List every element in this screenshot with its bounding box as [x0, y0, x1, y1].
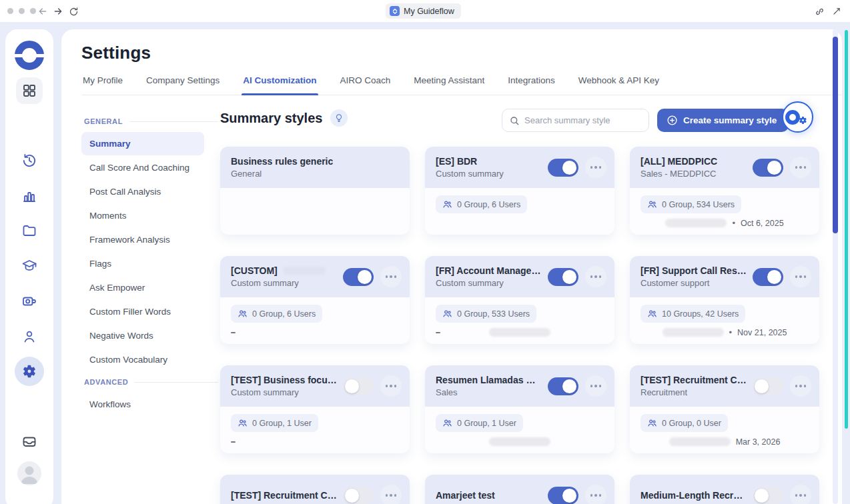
subnav-item-custom-filler-words[interactable]: Custom Filler Words: [81, 300, 204, 323]
summary-card-test-recruitment-call-su[interactable]: [TEST] Recruitment Call Su...: [220, 475, 410, 504]
browser-bar: My Guideflow: [0, 0, 850, 22]
enable-toggle[interactable]: [753, 268, 783, 286]
users-icon: [238, 309, 248, 319]
summary-card-business-rules-generic[interactable]: Business rules generic General: [220, 147, 410, 235]
card-menu-button[interactable]: [380, 266, 402, 287]
tab-integrations[interactable]: Integrations: [506, 73, 556, 95]
summary-styles-grid: Business rules generic General [ES] BDR: [220, 147, 819, 504]
subnav-item-flags[interactable]: Flags: [81, 252, 204, 275]
search-input[interactable]: [524, 115, 642, 125]
card-title: [ALL] MEDDPICC: [641, 156, 717, 167]
redacted-dash: [231, 332, 236, 334]
forward-button[interactable]: [50, 3, 66, 19]
copy-link-button[interactable]: [811, 3, 827, 19]
card-menu-button[interactable]: [790, 266, 811, 287]
redacted-text: [283, 267, 326, 275]
reload-button[interactable]: [65, 3, 81, 19]
enable-toggle[interactable]: [343, 268, 374, 286]
app-logo[interactable]: [15, 41, 44, 70]
tab-webhook-api-key[interactable]: Webhook & API Key: [577, 73, 661, 95]
sidebar-item-recordings[interactable]: [20, 292, 39, 311]
tab-my-profile[interactable]: My Profile: [81, 73, 124, 95]
subnav-item-custom-vocabulary[interactable]: Custom Vocabulary: [81, 348, 204, 371]
enable-toggle[interactable]: [753, 377, 783, 395]
sidebar-item-apps[interactable]: [16, 77, 43, 104]
summary-card-fr-support-call-resume[interactable]: [FR] Support Call Resume Customer suppor…: [630, 256, 819, 344]
tab-airo-coach[interactable]: AIRO Coach: [339, 73, 392, 95]
window-traffic-lights[interactable]: [7, 8, 36, 14]
subnav-item-summary[interactable]: Summary: [81, 132, 204, 155]
summary-card-fr-account-management[interactable]: [FR] Account Management Custom summary 0…: [425, 256, 614, 344]
expand-button[interactable]: [829, 3, 845, 19]
summary-card-resumen-llamadas-marc[interactable]: Resumen Llamadas Marc Sales 0 Group, 1 U…: [425, 365, 614, 453]
card-subtitle: Custom summary: [231, 278, 338, 288]
summary-card-amarjeet-test[interactable]: Amarjeet test: [425, 475, 614, 504]
groups-users-text: 10 Groups, 42 Users: [662, 309, 739, 319]
sidebar-item-analytics[interactable]: [20, 187, 39, 205]
scrollbar-thumb[interactable]: [833, 37, 838, 233]
card-menu-button[interactable]: [585, 157, 606, 178]
card-menu-button[interactable]: [790, 485, 811, 504]
groups-users-badge: 0 Group, 1 User: [436, 414, 523, 432]
card-menu-button[interactable]: [585, 266, 606, 287]
card-title: [TEST] Recruitment Call Su...: [641, 375, 747, 385]
embed-scrollbar[interactable]: [845, 30, 848, 429]
tab-meeting-assistant[interactable]: Meeting Assistant: [412, 73, 486, 95]
redacted-dash: [231, 441, 236, 443]
user-avatar[interactable]: [17, 461, 41, 485]
sidebar-item-profile[interactable]: [20, 327, 39, 346]
subnav-item-workflows[interactable]: Workflows: [81, 393, 204, 416]
summary-card-custom[interactable]: [CUSTOM] Custom summary 0 Group, 6 Users: [220, 256, 410, 344]
history-icon: [21, 153, 37, 169]
card-menu-button[interactable]: [585, 485, 606, 504]
subnav-item-call-score-and-coaching[interactable]: Call Score And Coaching: [81, 156, 204, 179]
modified-date: Nov 21, 2025: [737, 328, 787, 337]
enable-toggle[interactable]: [343, 487, 374, 504]
app-logo-icon: [15, 41, 44, 70]
summary-card-all-meddpicc[interactable]: [ALL] MEDDPICC Sales - MEDDPICC 0 Group,…: [630, 147, 819, 235]
guideflow-favicon: [390, 6, 400, 16]
subnav-item-moments[interactable]: Moments: [81, 204, 204, 227]
card-body: 10 Groups, 42 Users • Nov 21, 2025: [630, 297, 819, 344]
subnav-item-post-call-analysis[interactable]: Post Call Analysis: [81, 180, 204, 203]
summary-card-test-business-focus-sum[interactable]: [TEST] Business focus sum... Custom summ…: [220, 365, 410, 453]
toggle-knob: [755, 379, 769, 393]
tab-ai-customization[interactable]: AI Customization: [242, 73, 318, 95]
summary-card-es-bdr[interactable]: [ES] BDR Custom summary 0 Group, 6 Users: [425, 147, 614, 235]
hint-chip[interactable]: [330, 109, 348, 127]
card-body: 0 Group, 0 User Mar 3, 2026: [630, 407, 819, 453]
card-footer: [436, 327, 604, 337]
sidebar-item-academy[interactable]: [20, 257, 39, 275]
sidebar-item-library[interactable]: [20, 221, 39, 240]
tab-company-settings[interactable]: Company Settings: [145, 73, 221, 95]
sidebar-item-settings[interactable]: [15, 357, 44, 386]
card-menu-button[interactable]: [585, 375, 606, 397]
enable-toggle[interactable]: [548, 268, 578, 286]
card-subtitle: Customer support: [641, 278, 747, 288]
enable-toggle[interactable]: [753, 159, 783, 177]
card-menu-button[interactable]: [790, 157, 811, 178]
card-body: [220, 188, 410, 235]
browser-tab[interactable]: My Guideflow: [386, 3, 461, 19]
summary-card-medium-length-recruitme[interactable]: Medium-Length Recruitme...: [630, 475, 819, 504]
enable-toggle[interactable]: [548, 377, 578, 395]
subnav-item-negative-words[interactable]: Negative Words: [81, 324, 204, 347]
card-menu-button[interactable]: [380, 375, 402, 397]
card-header: [FR] Account Management Custom summary: [425, 256, 614, 297]
subnav-item-framework-analysis[interactable]: Framework Analysis: [81, 228, 204, 251]
card-menu-button[interactable]: [380, 485, 402, 504]
card-title: Resumen Llamadas Marc: [436, 375, 542, 385]
enable-toggle[interactable]: [753, 487, 783, 504]
sidebar-item-inbox[interactable]: [20, 432, 39, 451]
summary-card-test-recruitment-call-su[interactable]: [TEST] Recruitment Call Su... Recruitmen…: [630, 365, 819, 453]
enable-toggle[interactable]: [548, 487, 578, 504]
card-menu-button[interactable]: [790, 375, 811, 397]
enable-toggle[interactable]: [343, 377, 374, 395]
enable-toggle[interactable]: [548, 159, 578, 177]
card-title: Amarjeet test: [436, 490, 495, 501]
expand-icon: [832, 7, 841, 16]
subnav-item-ask-empower[interactable]: Ask Empower: [81, 276, 204, 299]
create-summary-style-button[interactable]: Create summary style: [657, 109, 789, 132]
back-button[interactable]: [35, 3, 51, 19]
sidebar-item-history[interactable]: [20, 151, 39, 170]
